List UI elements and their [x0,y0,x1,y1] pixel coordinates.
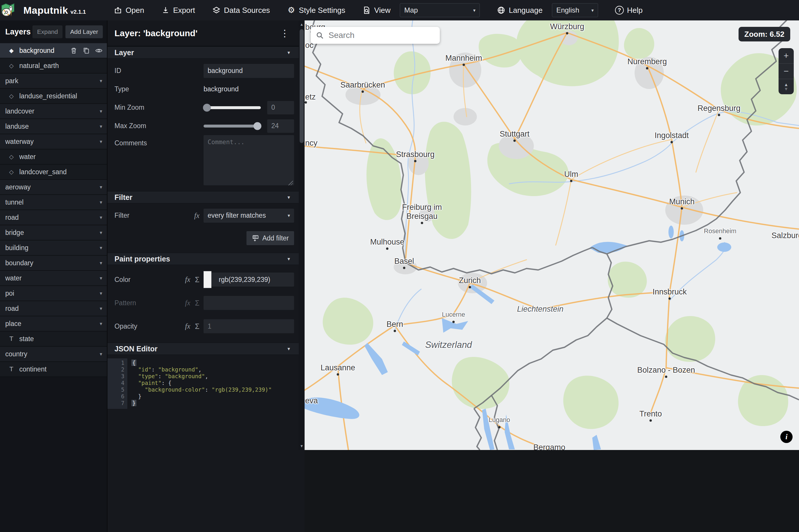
export-button[interactable]: Export [161,6,195,15]
fx-icon[interactable]: fx [185,322,190,330]
layer-list-item-park[interactable]: park▾ [0,74,107,89]
min-zoom-slider-thumb[interactable] [203,103,211,112]
layer-list-item-place[interactable]: place▾ [0,316,107,331]
max-zoom-slider[interactable] [204,125,261,128]
color-swatch[interactable] [204,271,211,288]
layer-list-item-background[interactable]: ◆background [0,43,107,58]
layer-list-item-natural_earth[interactable]: ◇natural_earth [0,58,107,74]
layer-list-item-landuse_residential[interactable]: ◇landuse_residential [0,89,107,104]
chevron-down-icon[interactable]: ▾ [99,199,102,206]
json-code[interactable]: { "id": "background", "type": "backgroun… [127,358,272,409]
section-filter-header[interactable]: Filter ▾ [108,191,304,204]
kebab-menu-icon[interactable]: ⋮ [280,28,290,38]
expand-button[interactable]: Expand [33,25,62,38]
chevron-down-icon[interactable]: ▾ [99,275,102,281]
language-select[interactable]: English ▾ [552,3,598,17]
chevron-down-icon[interactable]: ▾ [99,306,102,312]
chevron-down-icon[interactable]: ▾ [99,184,102,190]
sigma-icon[interactable]: Σ [195,299,200,307]
min-zoom-input[interactable] [267,101,294,114]
id-input[interactable] [204,64,294,78]
zoom-out-button[interactable]: − [779,63,794,79]
chevron-down-icon[interactable]: ▾ [99,139,102,145]
city-dot [304,101,307,103]
layer-list-item-water[interactable]: water▾ [0,271,107,286]
chevron-down-icon[interactable]: ▾ [99,78,102,84]
fx-icon[interactable]: fx [185,299,190,307]
zoom-controls: + − ▲ ▼ [779,48,794,94]
chevron-down-icon[interactable]: ▾ [99,290,102,297]
layer-list-item-tunnel[interactable]: tunnel▾ [0,195,107,210]
layer-list-item-landuse[interactable]: landuse▾ [0,119,107,134]
layer-list-item-poi[interactable]: poi▾ [0,286,107,301]
trash-icon[interactable] [70,47,78,55]
chevron-down-icon[interactable]: ▾ [99,351,102,357]
sigma-icon[interactable]: Σ [195,276,200,284]
layer-list-item-bridge[interactable]: bridge▾ [0,225,107,241]
style-settings-button[interactable]: ⚙ Style Settings [287,6,345,15]
add-filter-label: Add filter [262,234,289,242]
layer-list-item-building[interactable]: building▾ [0,241,107,255]
section-json-header[interactable]: JSON Editor ▾ [108,343,304,355]
sigma-icon[interactable]: Σ [195,322,200,331]
type-field-row: Type background [114,80,294,98]
attribution-info-button[interactable]: i [780,431,793,443]
zoom-in-button[interactable]: + [779,48,794,63]
chevron-down-icon[interactable]: ▾ [99,245,102,251]
add-layer-button[interactable]: Add Layer [66,25,103,38]
max-zoom-slider-thumb[interactable] [254,122,261,130]
add-filter-button[interactable]: Add filter [246,231,294,245]
city-dot [463,64,465,66]
section-layer-header[interactable]: Layer ▾ [108,46,304,59]
min-zoom-slider[interactable] [204,106,261,109]
map-canvas[interactable]: bourgocWürzburgMannheimNurembergSaarbrüc… [304,20,799,450]
layer-list-item-landcover_sand[interactable]: ◇landcover_sand [0,165,107,180]
json-editor[interactable]: 1234567 { "id": "background", "type": "b… [108,355,304,420]
layer-list-item-road[interactable]: road▾ [0,210,107,225]
color-input[interactable] [204,272,294,287]
layer-list-item-continent[interactable]: Tcontinent [0,362,107,377]
scrollbar-thumb[interactable] [300,29,304,143]
chevron-down-icon[interactable]: ▾ [99,321,102,327]
view-button[interactable]: View [362,6,390,15]
resize-handle-icon[interactable] [288,180,293,185]
layer-list-item-road[interactable]: road▾ [0,301,107,316]
help-button[interactable]: ? Help [615,6,643,15]
layer-label: bridge [5,229,24,237]
filter-combiner-select[interactable]: every filter matches ▾ [204,209,294,223]
data-sources-button[interactable]: Data Sources [212,6,270,15]
chevron-down-icon[interactable]: ▾ [99,214,102,221]
eye-icon[interactable] [95,47,103,55]
scroll-up-icon[interactable]: ▲ [299,22,304,26]
max-zoom-input[interactable] [267,119,294,133]
city-dot [421,222,423,224]
compass-reset-button[interactable]: ▲ ▼ [779,79,794,94]
search-box[interactable] [311,27,440,44]
layer-list-item-landcover[interactable]: landcover▾ [0,104,107,119]
editor-scrollbar[interactable]: ▲ ▼ [299,20,304,450]
layers-icon [212,6,221,15]
comments-textarea[interactable] [204,135,294,185]
layer-list-item-state[interactable]: Tstate [0,331,107,347]
chevron-down-icon[interactable]: ▾ [99,108,102,114]
opacity-input[interactable] [204,319,294,333]
chevron-down-icon[interactable]: ▾ [99,260,102,266]
pattern-input[interactable] [204,296,294,310]
chevron-down-icon[interactable]: ▾ [99,230,102,236]
fx-icon[interactable]: fx [194,212,200,220]
fx-icon[interactable]: fx [185,276,190,284]
layer-list-item-boundary[interactable]: boundary▾ [0,255,107,271]
view-mode-select[interactable]: Map ▾ [400,3,480,17]
layer-list-item-country[interactable]: country▾ [0,347,107,362]
layer-list-item-water[interactable]: ◇water [0,149,107,165]
layer-list-item-waterway[interactable]: waterway▾ [0,134,107,149]
language-button[interactable]: Language [497,6,543,15]
section-paint-header[interactable]: Paint properties ▾ [108,253,304,265]
chevron-down-icon[interactable]: ▾ [99,124,102,130]
scroll-down-icon[interactable]: ▼ [299,444,304,448]
copy-icon[interactable] [82,47,90,55]
search-input[interactable] [328,30,434,40]
layer-label: background [19,47,54,55]
open-button[interactable]: Open [114,6,144,15]
layer-list-item-aeroway[interactable]: aeroway▾ [0,180,107,195]
